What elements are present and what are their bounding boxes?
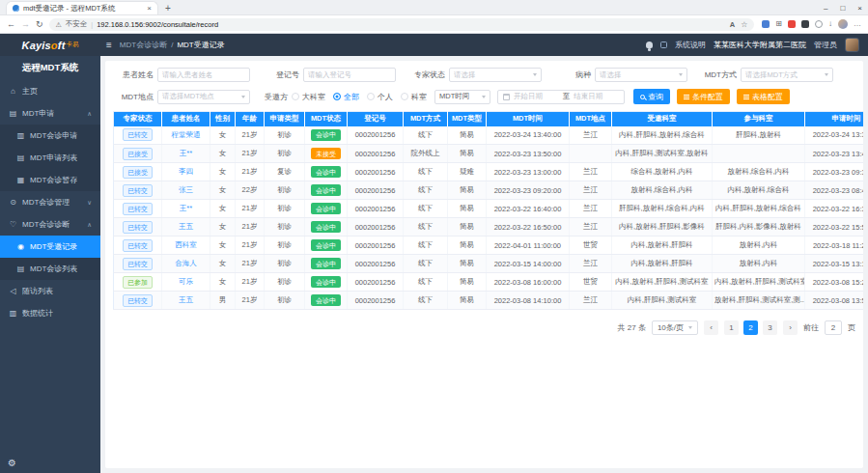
url-bar[interactable]: ⚠ 不安全 | 192.168.0.156:9002/consultale/re… [49,18,755,31]
button-label: 表格配置 [752,92,783,102]
cell-mdt-status: 会诊中 [305,163,348,181]
sidebar-item[interactable]: ♡MDT会诊诊断∧ [0,213,100,236]
cell-mdt-type: 简易 [448,236,487,255]
expert-status-select[interactable]: 请选择 [449,68,542,82]
user-avatar[interactable] [845,38,859,52]
system-note-link[interactable]: 系统说明 [675,40,706,50]
reload-icon[interactable]: ↻ [36,20,43,29]
sidebar-item[interactable]: ▤MDT申请列表 [0,147,100,169]
condition-config-button[interactable]: 条件配置 [677,89,730,104]
tab-close-icon[interactable]: × [147,5,152,13]
prev-page-button[interactable]: ‹ [704,320,718,335]
date-end-input[interactable]: 结束日期 [574,92,619,101]
browser-menu-icon[interactable]: … [854,20,861,28]
back-icon[interactable]: ← [7,20,15,29]
forward-icon[interactable]: → [21,20,30,29]
column-header: MDT时间 [487,112,570,126]
goto-page-input[interactable]: 2 [825,320,842,335]
patient-name-link[interactable]: 王** [180,149,192,157]
sidebar-item[interactable]: ▥MDT会诊申请 [0,125,100,147]
patient-name-link[interactable]: 合海人 [175,259,197,267]
patient-name-link[interactable]: 王五 [179,222,193,231]
date-range-picker[interactable]: 开始日期 至 结束日期 [497,90,625,104]
sidebar-item[interactable]: ◉MDT受邀记录 [0,236,100,258]
patient-name-link[interactable]: 李四 [179,167,193,176]
sidebar-menu: ⌂主页▤MDT申请∧▥MDT会诊申请▤MDT申请列表▦MDT会诊暂存⊙MDT会诊… [0,80,100,324]
page-size-select[interactable]: 10条/页 [652,320,698,335]
cell-gender: 女 [210,145,236,163]
filter-label: 病种 [550,70,595,80]
cell-reg-no: 0002001256 [348,236,404,255]
patient-name-link[interactable]: 王五 [179,295,193,304]
url-text[interactable]: 192.168.0.156:9002/consultale/record [97,20,726,29]
invited-party-radio[interactable]: 科室 [401,92,427,102]
bell-icon[interactable] [646,42,653,48]
extension-icon[interactable] [762,20,770,28]
patient-name-link[interactable]: 程堂荣通 [172,130,201,139]
table-config-button[interactable]: 表格配置 [737,89,790,104]
cell-reg-no: 0002001256 [348,292,404,310]
logo-text: Kayis [21,40,50,51]
browser-tab[interactable]: mdt受邀记录 - 远程MDT系统 × [6,1,158,14]
translate-icon[interactable]: A [730,20,735,29]
cell-reg-no: 0002001256 [348,255,404,273]
patient-name-link[interactable]: 可乐 [179,277,193,286]
new-tab-button[interactable]: + [165,4,171,14]
cell-expert-status: 已转交 [114,181,162,200]
sidebar-item[interactable]: ◁随访列表 [0,280,100,302]
patient-name-link[interactable]: 张三 [179,185,193,194]
invited-party-radio[interactable]: 大科室 [292,92,325,102]
filters-row-2: MDT地点 请选择MDT地点 受邀方 大科室全部个人科室 MDT时间 开始日期 … [113,89,855,104]
patient-name-link[interactable]: 王** [180,204,192,212]
cell-age: 21岁 [236,218,265,236]
column-header: 申请时间 [805,112,864,126]
cell-apply-time: 2022-03-08 15:24:58 [805,273,864,292]
query-button[interactable]: 查询 [633,89,670,104]
sidebar-item[interactable]: ⌂主页 [0,80,100,102]
cell-name: 张三 [162,181,210,200]
mdt-method-select[interactable]: 请选择MDT方式 [741,68,833,82]
patient-name-link[interactable]: 西科室 [175,240,197,249]
sidebar-item[interactable]: ▦MDT会诊暂存 [0,169,100,191]
filter-buttons: 查询条件配置表格配置 [627,89,790,104]
extension-icon[interactable] [788,20,796,28]
window-close-button[interactable]: × [857,4,862,13]
mdt-location-select[interactable]: 请选择MDT地点 [157,90,250,104]
window-minimize-button[interactable]: – [824,4,827,13]
cell-age: 22岁 [236,181,265,200]
bookmark-star-icon[interactable]: ☆ [741,20,747,29]
page-button[interactable]: 1 [724,320,739,335]
window-maximize-button[interactable]: □ [840,4,845,13]
mdt-time-select[interactable]: MDT时间 [434,90,490,104]
profile-avatar[interactable] [838,19,848,29]
sidebar-item-label: 数据统计 [22,308,53,319]
extension-icon[interactable] [801,20,809,28]
cell-mdt-type: 简易 [448,126,487,145]
radio-label: 科室 [411,92,427,102]
page-button[interactable]: 3 [763,320,777,335]
registration-no-input[interactable]: 请输入登记号 [303,68,396,82]
hamburger-icon[interactable]: ≡ [106,41,112,50]
mdt-status-badge: 会诊中 [311,258,341,269]
next-page-button[interactable]: › [783,320,798,335]
invited-party-radio[interactable]: 个人 [367,92,393,102]
sidebar-item[interactable]: ▤MDT申请∧ [0,102,100,125]
date-start-input[interactable]: 开始日期 [514,92,559,101]
expert-status-badge: 已接受 [123,166,153,179]
sidebar-item[interactable]: ▤MDT会诊列表 [0,258,100,280]
patient-name-input[interactable]: 请输入患者姓名 [157,68,250,82]
disease-select[interactable]: 请选择 [595,68,687,82]
sidebar-item[interactable]: ▥数据统计 [0,302,100,324]
security-label[interactable]: 不安全 [66,19,88,29]
sidebar-item[interactable]: ⊙MDT会诊管理∨ [0,191,100,213]
sidebar: 远程MDT系统 ⌂主页▤MDT申请∧▥MDT会诊申请▤MDT申请列表▦MDT会诊… [0,56,100,473]
downloads-icon[interactable]: ↓ [828,20,832,28]
extensions-grid-icon[interactable]: ⊞ [775,20,782,28]
extension-icon[interactable] [815,20,823,28]
page-button[interactable]: 2 [743,320,758,335]
breadcrumb-section[interactable]: MDT会诊诊断 [120,40,167,50]
cell-gender: 女 [210,273,236,292]
browser-tab-bar: mdt受邀记录 - 远程MDT系统 × + – □ × [0,0,868,15]
gear-icon[interactable]: ⚙ [8,458,16,468]
invited-party-radio[interactable]: 全部 [333,92,359,102]
